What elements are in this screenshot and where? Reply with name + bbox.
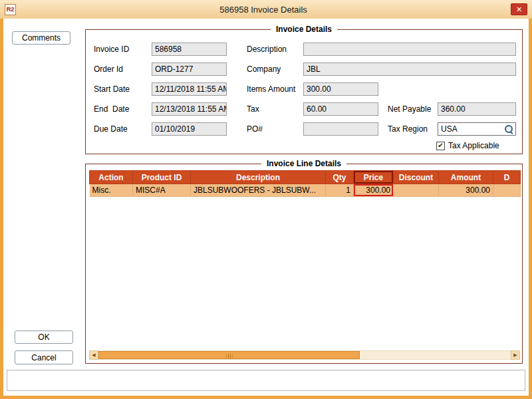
invoice-id-label: Invoice ID	[94, 43, 129, 56]
table-row[interactable]: Misc. MISC#A JBLSUBWOOFERS - JBLSUBW... …	[90, 184, 521, 197]
cell-action[interactable]: Misc.	[90, 184, 133, 197]
tax-region-value: USA	[441, 124, 458, 134]
cell-product-id[interactable]: MISC#A	[133, 184, 191, 197]
net-payable-label: Net Payable	[388, 102, 431, 116]
client-area: Comments OK Cancel Invoice Details Invoi…	[3, 19, 529, 396]
due-date-label: Due Date	[94, 122, 128, 136]
start-date-field: 12/11/2018 11:55 AM	[152, 82, 227, 96]
tax-field: 60.00	[303, 102, 378, 116]
status-bar	[7, 370, 525, 391]
invoice-id-field: 586958	[152, 43, 227, 56]
invoice-details-group-title: Invoice Details	[271, 25, 337, 34]
cell-discount[interactable]	[394, 184, 439, 197]
close-icon: ✕	[516, 5, 522, 14]
end-date-label: End Date	[94, 102, 129, 116]
col-extra: D	[493, 171, 521, 184]
titlebar[interactable]: R2 586958 Invoice Details ✕	[0, 0, 532, 19]
tax-applicable-label: Tax Applicable	[448, 141, 499, 150]
items-amount-field: 300.00	[303, 82, 378, 96]
checkmark-icon: ✔	[438, 142, 443, 149]
invoice-line-details-group-title: Invoice Line Details	[261, 159, 346, 168]
start-date-label: Start Date	[94, 82, 130, 96]
scroll-right-icon: ▶	[513, 352, 517, 358]
cancel-button[interactable]: Cancel	[15, 350, 73, 364]
col-action: Action	[90, 171, 133, 184]
tax-region-field[interactable]: USA	[438, 122, 516, 136]
window-title: 586958 Invoice Details	[16, 5, 511, 15]
scroll-left-button[interactable]: ◀	[89, 350, 98, 360]
app-logo-icon[interactable]: R2	[5, 4, 16, 15]
invoice-lines-table: Action Product ID Description Qty Price …	[89, 170, 521, 197]
scroll-left-icon: ◀	[92, 352, 95, 358]
scrollbar-grip-icon	[226, 354, 232, 358]
scrollbar-thumb[interactable]	[98, 351, 360, 359]
tax-region-label: Tax Region	[388, 122, 428, 136]
col-qty: Qty	[326, 171, 354, 184]
grid-header-row: Action Product ID Description Qty Price …	[90, 171, 521, 184]
cell-qty[interactable]: 1	[326, 184, 354, 197]
tax-applicable-row: ✔ Tax Applicable	[436, 141, 499, 150]
search-icon[interactable]	[504, 124, 514, 134]
comments-button[interactable]: Comments	[12, 31, 70, 45]
ok-button[interactable]: OK	[15, 331, 73, 344]
scroll-right-button[interactable]: ▶	[511, 350, 520, 360]
invoice-line-details-group: Invoice Line Details Action Product ID D…	[85, 164, 523, 364]
order-id-field: ORD-1277	[152, 63, 227, 76]
due-date-field: 01/10/2019	[152, 122, 227, 136]
invoice-details-group: Invoice Details Invoice ID 586958 Order …	[85, 29, 523, 154]
po-field	[303, 122, 378, 136]
scrollbar-track[interactable]	[98, 350, 511, 360]
col-discount: Discount	[394, 171, 439, 184]
items-amount-label: Items Amount	[247, 82, 295, 96]
col-product-id: Product ID	[133, 171, 191, 184]
cell-description[interactable]: JBLSUBWOOFERS - JBLSUBW...	[191, 184, 326, 197]
tax-applicable-checkbox[interactable]: ✔	[436, 142, 445, 150]
end-date-field: 12/13/2018 11:55 AM	[152, 102, 227, 116]
tax-label: Tax	[247, 102, 259, 116]
net-payable-field: 360.00	[438, 102, 516, 116]
cell-extra[interactable]	[493, 184, 521, 197]
close-button[interactable]: ✕	[511, 3, 527, 15]
order-id-label: Order Id	[94, 63, 123, 76]
description-label: Description	[247, 43, 287, 56]
col-price: Price	[354, 171, 394, 184]
col-description: Description	[191, 171, 326, 184]
company-label: Company	[247, 63, 281, 76]
company-field: JBL	[303, 63, 516, 76]
cell-price[interactable]: 300.00	[354, 184, 394, 197]
col-amount: Amount	[439, 171, 493, 184]
description-field	[303, 43, 516, 56]
cell-amount[interactable]: 300.00	[439, 184, 493, 197]
horizontal-scrollbar[interactable]: ◀ ▶	[89, 350, 520, 360]
invoice-details-window: R2 586958 Invoice Details ✕ Comments OK …	[0, 0, 532, 399]
po-label: PO#	[247, 122, 263, 136]
